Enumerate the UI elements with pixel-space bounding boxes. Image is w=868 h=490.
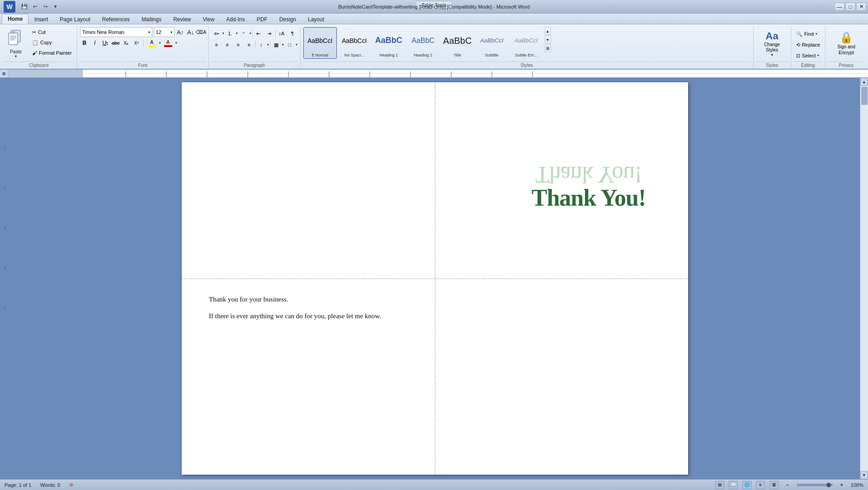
zoom-out-btn[interactable]: − xyxy=(783,481,792,489)
style-subtle-em[interactable]: AaBbCcI Subtle Em... xyxy=(509,27,543,59)
undo-quick-btn[interactable]: ↩ xyxy=(30,2,39,11)
highlight-color-button[interactable]: A xyxy=(146,39,158,47)
decrease-indent-button[interactable]: ⇤ xyxy=(254,29,264,38)
styles-expand-btn[interactable]: ⊞ xyxy=(545,44,551,52)
bold-button[interactable]: B xyxy=(80,38,89,47)
document[interactable]: Thank You! Thank You! Thank you for your… xyxy=(182,82,688,475)
paste-arrow: ▾ xyxy=(15,54,17,58)
numbering-arrow[interactable]: ▾ xyxy=(236,32,238,35)
format-painter-button[interactable]: 🖌 Format Painter xyxy=(30,48,74,58)
multilevel-arrow[interactable]: ▾ xyxy=(250,32,251,35)
multilevel-list-button[interactable]: ⁼ xyxy=(239,29,249,38)
style-normal[interactable]: AaBbCcI ¶ Normal xyxy=(303,27,337,59)
main-area: 1 2 3 4 5 Thank You! Thank You! xyxy=(0,78,868,479)
underline-button[interactable]: U ▾ xyxy=(101,38,110,47)
style-heading2[interactable]: AaBbC Heading 2 xyxy=(406,27,440,59)
shading-arrow[interactable]: ▾ xyxy=(282,43,284,47)
scrollbar-up-btn[interactable]: ▴ xyxy=(860,78,868,86)
style-no-spacing[interactable]: AaBbCcI No Spaci... xyxy=(338,27,371,59)
sort-button[interactable]: ↕A xyxy=(277,29,287,38)
bullets-button[interactable]: ≡• xyxy=(212,29,222,38)
increase-font-btn[interactable]: A↑ xyxy=(176,28,185,37)
styles-scroll-down-btn[interactable]: ▾ xyxy=(545,36,551,44)
ruler-expand-btn[interactable]: ⊞ xyxy=(0,70,8,78)
status-right: ⊞ 📖 🌐 ≡ ≣ − + 100% xyxy=(715,481,863,489)
tab-references[interactable]: References xyxy=(96,14,136,24)
bottom-right-quadrant[interactable] xyxy=(435,272,688,462)
style-heading1[interactable]: AaBbC Heading 1 xyxy=(372,27,406,59)
subscript-button[interactable]: X₂ xyxy=(122,38,131,47)
shading-button[interactable]: ▦ xyxy=(271,40,281,49)
bullets-arrow[interactable]: ▾ xyxy=(222,32,224,35)
cut-button[interactable]: ✂ Cut xyxy=(30,27,74,37)
close-btn[interactable]: ✕ xyxy=(856,3,866,11)
customize-quick-btn[interactable]: ▾ xyxy=(51,2,60,11)
paste-button[interactable]: Paste ▾ xyxy=(4,27,28,60)
align-left-button[interactable]: ≡ xyxy=(212,40,222,49)
font-size-select[interactable]: 12 ▾ xyxy=(154,27,175,37)
italic-button[interactable]: I xyxy=(90,38,99,47)
strikethrough-button[interactable]: abc xyxy=(111,38,120,47)
print-layout-btn[interactable]: ⊞ xyxy=(715,481,724,489)
tab-home[interactable]: Home xyxy=(2,14,28,24)
web-layout-btn[interactable]: 🌐 xyxy=(742,481,751,489)
left-margin: 1 2 3 4 5 xyxy=(0,78,10,479)
highlight-arrow[interactable]: ▾ xyxy=(159,41,161,45)
font-name-select[interactable]: Times New Roman ▾ xyxy=(80,27,152,37)
zoom-in-btn[interactable]: + xyxy=(837,481,846,489)
align-center-button[interactable]: ≡ xyxy=(222,40,232,49)
copy-button[interactable]: 📋 Copy xyxy=(30,38,74,47)
change-styles-icon: Aa xyxy=(766,30,778,42)
tab-review[interactable]: Review xyxy=(167,14,197,24)
numbering-button[interactable]: 1. xyxy=(225,29,235,38)
para-divider4 xyxy=(270,41,270,49)
styles-group: AaBbCcI ¶ Normal AaBbCcI No Spaci... AaB… xyxy=(301,26,754,69)
select-button[interactable]: ⊡ Select ▾ xyxy=(794,51,822,61)
scrollbar-down-btn[interactable]: ▾ xyxy=(860,471,868,479)
style-subtitle[interactable]: AaBbCcI Subtitle xyxy=(475,27,509,59)
borders-button[interactable]: □ xyxy=(285,40,295,49)
tab-insert[interactable]: Insert xyxy=(28,14,54,24)
find-button[interactable]: 🔍 Find ▾ xyxy=(794,29,822,39)
full-reading-btn[interactable]: 📖 xyxy=(729,481,738,489)
font-color-button[interactable]: A xyxy=(162,39,174,47)
tab-mailings[interactable]: Mailings xyxy=(136,14,167,24)
style-subtitle-preview: AaBbCcI xyxy=(480,28,503,53)
clear-format-btn[interactable]: ⌫A xyxy=(197,28,206,37)
scrollbar-thumb[interactable] xyxy=(861,87,868,105)
zoom-slider[interactable] xyxy=(797,484,833,486)
borders-arrow[interactable]: ▾ xyxy=(296,43,297,47)
save-quick-btn[interactable]: 💾 xyxy=(20,2,29,11)
style-title[interactable]: AaBbC Title xyxy=(441,27,474,59)
decrease-font-btn[interactable]: A↓ xyxy=(186,28,195,37)
outline-btn[interactable]: ≡ xyxy=(756,481,765,489)
doc-area: Thank You! Thank You! Thank you for your… xyxy=(10,78,860,479)
redo-quick-btn[interactable]: ↪ xyxy=(41,2,50,11)
top-right-quadrant[interactable]: Thank You! Thank You! xyxy=(435,82,688,272)
line-spacing-arrow[interactable]: ▾ xyxy=(267,43,269,47)
sign-encrypt-button[interactable]: 🔒 Sign andEncrypt xyxy=(828,27,864,60)
font-group-label: Font xyxy=(80,61,206,69)
replace-button[interactable]: ⟲ Replace xyxy=(794,40,822,50)
change-styles-button[interactable]: Aa ChangeStyles ▾ xyxy=(756,27,788,60)
superscript-button[interactable]: X² xyxy=(132,38,141,47)
minimize-btn[interactable]: — xyxy=(835,3,844,11)
increase-indent-button[interactable]: ⇥ xyxy=(264,29,274,38)
tab-view[interactable]: View xyxy=(197,14,221,24)
bottom-left-quadrant[interactable]: Thank you for your business. If there is… xyxy=(182,272,435,462)
top-left-quadrant[interactable] xyxy=(182,82,435,272)
styles-scroll-up-btn[interactable]: ▴ xyxy=(545,27,551,35)
tab-design[interactable]: Design xyxy=(274,14,302,24)
tab-addins[interactable]: Add-Ins xyxy=(220,14,250,24)
font-color-arrow[interactable]: ▾ xyxy=(175,41,177,45)
justify-button[interactable]: ≡ xyxy=(244,40,254,49)
tab-pdf[interactable]: PDF xyxy=(251,14,274,24)
align-right-button[interactable]: ≡ xyxy=(233,40,243,49)
line-spacing-button[interactable]: ↕ xyxy=(256,40,266,49)
font-color-icon: A xyxy=(166,39,170,45)
show-hide-button[interactable]: ¶ xyxy=(288,29,297,38)
tab-layout[interactable]: Layout xyxy=(302,14,330,24)
tab-page-layout[interactable]: Page Layout xyxy=(54,14,96,24)
draft-btn[interactable]: ≣ xyxy=(769,481,778,489)
maximize-btn[interactable]: □ xyxy=(845,3,855,11)
